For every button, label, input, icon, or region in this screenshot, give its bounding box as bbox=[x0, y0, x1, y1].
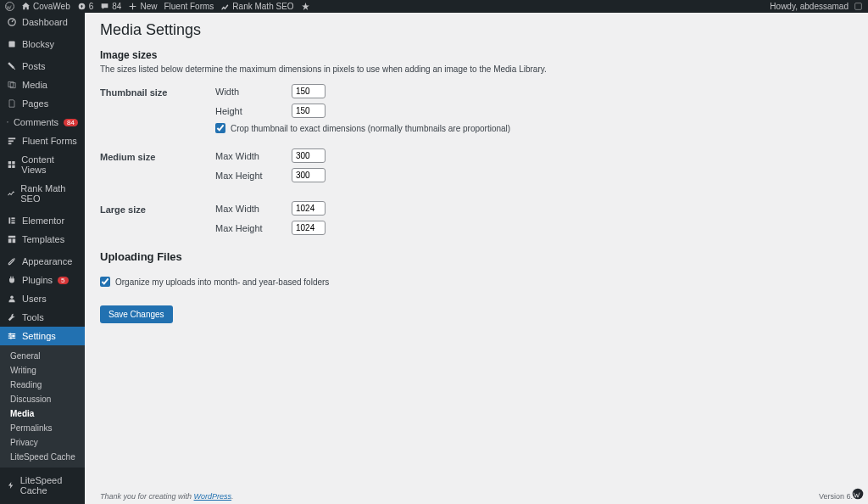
svg-rect-9 bbox=[8, 165, 11, 168]
submenu-writing[interactable]: Writing bbox=[0, 363, 85, 378]
sidebar-label: LiteSpeed Cache bbox=[20, 475, 78, 496]
howdy-link[interactable]: Howdy, abdessamad bbox=[770, 2, 863, 11]
sidebar-item-litespeed[interactable]: LiteSpeed Cache bbox=[0, 471, 85, 500]
svg-rect-12 bbox=[11, 217, 14, 219]
svg-rect-13 bbox=[11, 220, 14, 221]
sidebar-label: Templates bbox=[22, 234, 64, 244]
organize-checkbox[interactable] bbox=[100, 277, 110, 287]
sidebar-label: Fluent Forms bbox=[22, 136, 77, 146]
uploading-heading: Uploading Files bbox=[100, 250, 853, 263]
comments-link[interactable]: 84 bbox=[100, 2, 121, 11]
sizes-description: The sizes listed below determine the max… bbox=[100, 64, 853, 74]
sidebar-item-pages[interactable]: Pages bbox=[0, 94, 85, 113]
sidebar-item-media[interactable]: Media bbox=[0, 76, 85, 94]
svg-point-18 bbox=[10, 295, 14, 299]
svg-rect-1 bbox=[855, 3, 862, 10]
crop-checkbox[interactable] bbox=[215, 123, 225, 133]
svg-rect-10 bbox=[12, 165, 14, 168]
wordpress-link[interactable]: WordPress bbox=[194, 492, 232, 501]
svg-rect-14 bbox=[11, 222, 14, 224]
svg-point-22 bbox=[9, 333, 11, 334]
save-button[interactable]: Save Changes bbox=[100, 305, 173, 323]
maxw-label: Max Width bbox=[215, 204, 292, 214]
submenu-discussion[interactable]: Discussion bbox=[0, 392, 85, 406]
sidebar-item-tools[interactable]: Tools bbox=[0, 308, 85, 327]
badge: 84 bbox=[64, 119, 78, 126]
svg-rect-5 bbox=[8, 140, 14, 142]
sidebar-label: Rank Math SEO bbox=[20, 183, 78, 204]
svg-rect-6 bbox=[8, 143, 12, 144]
organize-label: Organize my uploads into month- and year… bbox=[115, 277, 329, 287]
footer-thanks: Thank you for creating with bbox=[100, 492, 194, 501]
submenu-litespeed[interactable]: LiteSpeed Cache bbox=[0, 450, 85, 464]
svg-point-23 bbox=[13, 335, 14, 337]
new-link[interactable]: New bbox=[128, 2, 157, 11]
sidebar-item-plugins[interactable]: Plugins5 bbox=[0, 271, 85, 289]
large-label: Large size bbox=[100, 201, 215, 240]
rank-math-link[interactable]: Rank Math SEO bbox=[220, 2, 293, 11]
thumbnail-label: Thumbnail size bbox=[100, 84, 215, 145]
sidebar-label: Elementor bbox=[22, 216, 64, 226]
sidebar-item-settings[interactable]: Settings bbox=[0, 327, 85, 345]
sidebar-item-posts[interactable]: Posts bbox=[0, 57, 85, 76]
width-label: Width bbox=[215, 87, 292, 97]
medium-maxw-input[interactable] bbox=[292, 148, 326, 163]
crop-label: Crop thumbnail to exact dimensions (norm… bbox=[231, 124, 510, 133]
svg-rect-17 bbox=[13, 238, 16, 243]
sidebar-item-templates[interactable]: Templates bbox=[0, 230, 85, 249]
site-link[interactable]: CovaWeb bbox=[21, 2, 70, 11]
submenu-media[interactable]: Media bbox=[0, 406, 85, 421]
wp-logo-icon[interactable] bbox=[5, 2, 14, 11]
fluent-forms-link[interactable]: Fluent Forms bbox=[164, 2, 214, 11]
submenu-general[interactable]: General bbox=[0, 349, 85, 363]
sidebar-item-dashboard[interactable]: Dashboard bbox=[0, 13, 85, 31]
large-maxw-input[interactable] bbox=[292, 201, 326, 216]
sidebar-item-fluent-forms[interactable]: Fluent Forms bbox=[0, 132, 85, 150]
updates-link[interactable]: 6 bbox=[77, 2, 94, 11]
sidebar-item-users[interactable]: Users bbox=[0, 289, 85, 308]
sidebar-item-blocksy[interactable]: Blocksy bbox=[0, 35, 85, 53]
sidebar-label: Comments bbox=[14, 117, 58, 127]
thumbnail-row: Thumbnail size Width Height Crop thumbna… bbox=[100, 84, 853, 145]
medium-row: Medium size Max Width Max Height bbox=[100, 148, 853, 198]
svg-rect-3 bbox=[8, 41, 14, 47]
admin-sidebar: Dashboard Blocksy Posts Media Pages Comm… bbox=[0, 13, 85, 504]
svg-rect-11 bbox=[8, 217, 10, 223]
svg-rect-8 bbox=[12, 161, 14, 164]
maxh-label: Max Height bbox=[215, 223, 292, 233]
submenu-privacy[interactable]: Privacy bbox=[0, 435, 85, 450]
sidebar-item-rank-math[interactable]: Rank Math SEO bbox=[0, 179, 85, 208]
svg-rect-16 bbox=[8, 238, 12, 243]
admin-bar: CovaWeb 6 84 New Fluent Forms Rank Math … bbox=[0, 0, 868, 13]
sidebar-item-comments[interactable]: Comments84 bbox=[0, 113, 85, 132]
medium-label: Medium size bbox=[100, 148, 215, 198]
submenu-reading[interactable]: Reading bbox=[0, 378, 85, 392]
thumbnail-height-input[interactable] bbox=[292, 104, 326, 118]
sidebar-label: Dashboard bbox=[22, 17, 68, 27]
extra-icon[interactable] bbox=[301, 2, 310, 11]
submenu-permalinks[interactable]: Permalinks bbox=[0, 421, 85, 435]
sidebar-item-elementor[interactable]: Elementor bbox=[0, 211, 85, 230]
maxw-label: Max Width bbox=[215, 151, 292, 161]
maxh-label: Max Height bbox=[215, 171, 292, 181]
thumbnail-width-input[interactable] bbox=[292, 84, 326, 98]
large-maxh-input[interactable] bbox=[292, 221, 326, 235]
svg-rect-15 bbox=[8, 236, 15, 238]
sidebar-item-collapse[interactable]: Collapse menu bbox=[0, 500, 85, 504]
sidebar-label: Posts bbox=[22, 61, 46, 71]
sidebar-label: Appearance bbox=[22, 256, 72, 266]
content-area: Media Settings Image sizes The sizes lis… bbox=[85, 13, 868, 504]
page-title: Media Settings bbox=[100, 21, 853, 39]
height-label: Height bbox=[215, 106, 292, 116]
sidebar-label: Content Views bbox=[21, 154, 78, 175]
sidebar-label: Media bbox=[22, 80, 47, 90]
sidebar-item-content-views[interactable]: Content Views bbox=[0, 150, 85, 179]
settings-submenu: General Writing Reading Discussion Media… bbox=[0, 345, 85, 468]
sidebar-label: Tools bbox=[22, 312, 44, 322]
medium-maxh-input[interactable] bbox=[292, 168, 326, 182]
sidebar-label: Settings bbox=[22, 331, 56, 341]
sidebar-label: Plugins bbox=[22, 275, 53, 285]
svg-point-24 bbox=[10, 337, 12, 339]
large-row: Large size Max Width Max Height bbox=[100, 201, 853, 240]
sidebar-item-appearance[interactable]: Appearance bbox=[0, 252, 85, 271]
